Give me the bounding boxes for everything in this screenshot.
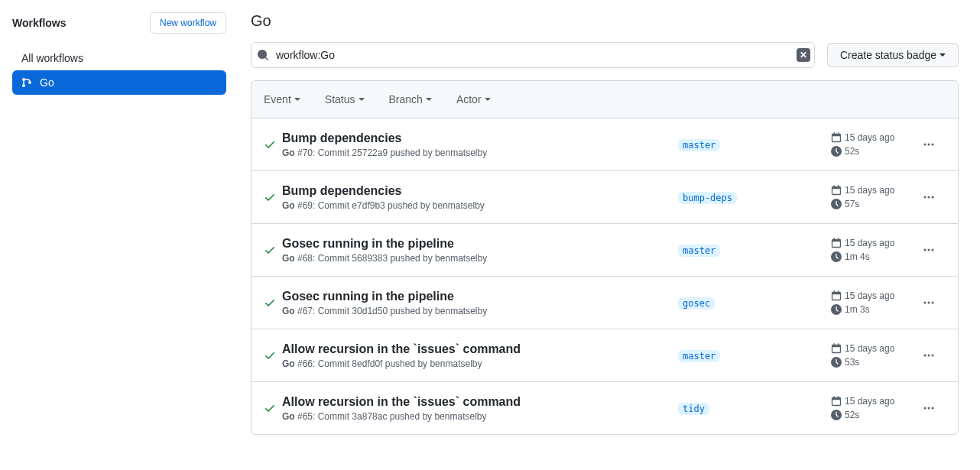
run-subtitle: Go #68: Commit 5689383 pushed by benmats… [282, 253, 678, 264]
calendar-icon [831, 343, 842, 354]
branch-cell: master [678, 349, 831, 362]
run-title[interactable]: Bump dependencies [282, 131, 678, 146]
run-title[interactable]: Allow recursion in the `issues` command [282, 342, 678, 357]
branch-cell: tidy [678, 402, 831, 415]
run-subtitle: Go #70: Commit 25722a9 pushed by benmats… [282, 147, 678, 158]
branch-cell: master [678, 138, 831, 151]
run-row[interactable]: Allow recursion in the `issues` commandG… [251, 329, 958, 382]
run-row[interactable]: Bump dependenciesGo #69: Commit e7df9b3 … [251, 171, 958, 224]
clear-search-button[interactable]: ✕ [797, 48, 810, 62]
run-row[interactable]: Allow recursion in the `issues` commandG… [251, 382, 958, 434]
nav-all-label: All workflows [21, 52, 83, 64]
page-title: Go [251, 12, 959, 30]
workflow-nav: All workflows Go [12, 46, 226, 95]
search-icon [257, 49, 269, 61]
run-time: 15 days ago [831, 132, 923, 143]
run-title[interactable]: Gosec running in the pipeline [282, 289, 678, 304]
nav-all-workflows[interactable]: All workflows [12, 46, 226, 70]
svg-point-17 [932, 355, 934, 357]
search-wrap: ✕ [251, 42, 815, 68]
branch-cell: master [678, 244, 831, 257]
filter-branch[interactable]: Branch [389, 93, 432, 105]
sidebar-header: Workflows New workflow [12, 12, 226, 34]
success-icon [264, 244, 279, 256]
calendar-icon [831, 396, 842, 407]
branch-cell: bump-deps [678, 191, 831, 204]
svg-point-6 [924, 196, 926, 199]
filter-event[interactable]: Event [264, 93, 300, 105]
filter-bar: Event Status Branch Actor [251, 81, 958, 118]
run-menu-button[interactable] [923, 191, 946, 203]
svg-point-14 [932, 302, 934, 304]
sidebar: Workflows New workflow All workflows Go [0, 12, 239, 435]
stopwatch-icon [831, 251, 842, 262]
svg-point-4 [928, 144, 930, 146]
run-main: Gosec running in the pipelineGo #67: Com… [282, 289, 678, 316]
run-time: 15 days ago [831, 185, 923, 196]
svg-point-8 [932, 196, 934, 199]
svg-point-12 [924, 302, 926, 304]
run-duration: 1m 4s [831, 251, 923, 262]
nav-workflow-label: Go [40, 76, 54, 89]
branch-label[interactable]: bump-deps [678, 192, 737, 204]
filter-status[interactable]: Status [325, 93, 365, 105]
run-row[interactable]: Bump dependenciesGo #70: Commit 25722a9 … [251, 118, 958, 171]
run-duration: 1m 3s [831, 304, 923, 315]
success-icon [264, 297, 279, 309]
filter-actor[interactable]: Actor [456, 93, 491, 105]
run-subtitle: Go #66: Commit 8edfd0f pushed by benmats… [282, 358, 678, 369]
svg-point-1 [22, 84, 25, 87]
svg-point-19 [928, 407, 930, 410]
workflow-icon [21, 76, 34, 89]
run-menu-button[interactable] [923, 244, 946, 256]
branch-label[interactable]: tidy [678, 403, 709, 415]
run-duration: 52s [831, 410, 923, 420]
run-menu-button[interactable] [923, 349, 946, 361]
run-time: 15 days ago [831, 238, 923, 248]
run-meta: 15 days ago52s [831, 132, 923, 157]
run-title[interactable]: Allow recursion in the `issues` command [282, 394, 678, 410]
svg-point-11 [932, 249, 934, 251]
run-menu-button[interactable] [923, 402, 946, 414]
svg-point-9 [924, 249, 926, 251]
stopwatch-icon [831, 146, 842, 157]
branch-label[interactable]: master [678, 245, 720, 257]
branch-label[interactable]: master [678, 350, 720, 362]
caret-down-icon [294, 98, 300, 101]
run-row[interactable]: Gosec running in the pipelineGo #68: Com… [251, 224, 958, 277]
run-duration: 57s [831, 199, 923, 209]
run-main: Bump dependenciesGo #70: Commit 25722a9 … [282, 131, 678, 158]
stopwatch-icon [831, 410, 842, 420]
runs-box: Event Status Branch Actor Bump dependenc… [251, 80, 959, 435]
svg-point-7 [928, 196, 930, 199]
branch-label[interactable]: gosec [678, 297, 715, 310]
create-status-badge-button[interactable]: Create status badge [827, 43, 959, 67]
run-meta: 15 days ago1m 4s [831, 238, 923, 262]
run-main: Gosec running in the pipelineGo #68: Com… [282, 236, 678, 264]
filter-actor-label: Actor [456, 93, 482, 105]
run-duration: 52s [831, 146, 923, 157]
sidebar-title: Workflows [12, 17, 67, 29]
main-content: Go ✕ Create status badge Event Status [239, 12, 971, 435]
svg-point-5 [932, 144, 934, 146]
run-menu-button[interactable] [923, 297, 946, 309]
branch-label[interactable]: master [678, 139, 720, 151]
svg-point-3 [924, 144, 926, 146]
run-title[interactable]: Gosec running in the pipeline [282, 236, 678, 251]
top-controls: ✕ Create status badge [251, 42, 959, 68]
svg-point-0 [22, 78, 25, 81]
svg-point-16 [928, 355, 930, 357]
stopwatch-icon [831, 199, 842, 209]
new-workflow-button[interactable]: New workflow [150, 12, 226, 34]
svg-point-13 [928, 302, 930, 304]
run-title[interactable]: Bump dependencies [282, 183, 678, 199]
caret-down-icon [485, 98, 491, 101]
run-time: 15 days ago [831, 290, 923, 301]
search-input[interactable] [251, 42, 815, 68]
stopwatch-icon [831, 304, 842, 315]
filter-event-label: Event [264, 93, 291, 105]
run-menu-button[interactable] [923, 138, 946, 151]
caret-down-icon [359, 98, 365, 101]
run-row[interactable]: Gosec running in the pipelineGo #67: Com… [251, 277, 958, 329]
nav-workflow-go[interactable]: Go [12, 70, 226, 95]
